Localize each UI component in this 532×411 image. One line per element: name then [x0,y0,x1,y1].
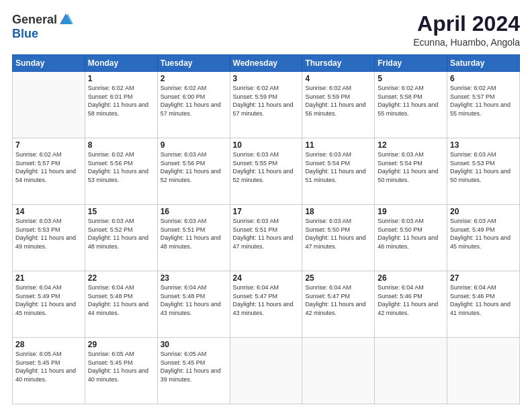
day-info: Sunrise: 6:05 AMSunset: 5:45 PMDaylight:… [88,350,154,383]
day-header-saturday: Saturday [447,55,520,72]
day-info: Sunrise: 6:03 AMSunset: 5:54 PMDaylight:… [378,150,444,184]
calendar-cell [375,338,447,404]
calendar-header-row: SundayMondayTuesdayWednesdayThursdayFrid… [13,55,520,72]
title-section: April 2024 Ecunna, Huambo, Angola [413,12,520,48]
day-number: 13 [450,140,517,150]
day-number: 15 [88,207,154,216]
calendar-week-row: 7Sunrise: 6:02 AMSunset: 5:57 PMDaylight… [13,138,520,205]
calendar-week-row: 21Sunrise: 6:04 AMSunset: 5:49 PMDayligh… [13,271,520,338]
day-info: Sunrise: 6:04 AMSunset: 5:46 PMDaylight:… [450,283,517,317]
calendar-week-row: 14Sunrise: 6:03 AMSunset: 5:53 PMDayligh… [13,205,520,271]
logo: General Blue [12,12,73,41]
logo-general-text: General [12,13,57,27]
day-number: 23 [161,273,227,283]
day-info: Sunrise: 6:03 AMSunset: 5:50 PMDaylight:… [305,217,371,250]
day-number: 22 [88,273,154,283]
header: General Blue April 2024 Ecunna, Huambo, … [12,12,520,48]
page: General Blue April 2024 Ecunna, Huambo, … [0,0,532,411]
calendar-cell: 6Sunrise: 6:02 AMSunset: 5:57 PMDaylight… [447,72,520,138]
calendar-cell: 23Sunrise: 6:04 AMSunset: 5:48 PMDayligh… [157,271,230,338]
day-number: 3 [233,74,300,83]
calendar-cell: 28Sunrise: 6:05 AMSunset: 5:45 PMDayligh… [13,338,85,404]
day-info: Sunrise: 6:03 AMSunset: 5:53 PMDaylight:… [15,217,82,250]
day-info: Sunrise: 6:02 AMSunset: 6:00 PMDaylight:… [161,84,227,118]
calendar-cell [13,72,85,138]
logo-icon [58,12,73,27]
day-info: Sunrise: 6:02 AMSunset: 5:57 PMDaylight:… [15,150,82,184]
calendar-cell: 29Sunrise: 6:05 AMSunset: 5:45 PMDayligh… [85,338,157,404]
day-info: Sunrise: 6:02 AMSunset: 6:01 PMDaylight:… [88,84,154,118]
day-header-sunday: Sunday [13,55,85,72]
day-number: 12 [378,140,444,150]
day-info: Sunrise: 6:02 AMSunset: 5:59 PMDaylight:… [305,84,371,118]
calendar-cell: 26Sunrise: 6:04 AMSunset: 5:46 PMDayligh… [375,271,447,338]
day-number: 20 [450,207,517,216]
month-title: April 2024 [413,12,520,36]
day-info: Sunrise: 6:04 AMSunset: 5:47 PMDaylight:… [305,283,371,317]
day-info: Sunrise: 6:03 AMSunset: 5:53 PMDaylight:… [450,150,517,184]
calendar-cell: 13Sunrise: 6:03 AMSunset: 5:53 PMDayligh… [447,138,520,205]
day-number: 6 [450,74,517,83]
calendar-cell: 8Sunrise: 6:02 AMSunset: 5:56 PMDaylight… [85,138,157,205]
calendar-week-row: 1Sunrise: 6:02 AMSunset: 6:01 PMDaylight… [13,72,520,138]
calendar-cell [447,338,520,404]
day-number: 7 [15,140,82,150]
day-info: Sunrise: 6:02 AMSunset: 5:57 PMDaylight:… [450,84,517,118]
day-info: Sunrise: 6:04 AMSunset: 5:47 PMDaylight:… [233,283,300,317]
calendar-cell: 10Sunrise: 6:03 AMSunset: 5:55 PMDayligh… [230,138,302,205]
calendar-cell: 20Sunrise: 6:03 AMSunset: 5:49 PMDayligh… [447,205,520,271]
day-number: 4 [305,74,371,83]
calendar-cell: 30Sunrise: 6:05 AMSunset: 5:45 PMDayligh… [157,338,230,404]
calendar-cell: 2Sunrise: 6:02 AMSunset: 6:00 PMDaylight… [157,72,230,138]
day-header-wednesday: Wednesday [230,55,302,72]
logo-blue-text: Blue [12,27,38,41]
day-number: 11 [305,140,371,150]
calendar-cell: 18Sunrise: 6:03 AMSunset: 5:50 PMDayligh… [302,205,375,271]
day-number: 21 [15,273,82,283]
location: Ecunna, Huambo, Angola [413,37,520,48]
day-info: Sunrise: 6:03 AMSunset: 5:51 PMDaylight:… [161,217,227,250]
calendar-cell: 24Sunrise: 6:04 AMSunset: 5:47 PMDayligh… [230,271,302,338]
day-number: 10 [233,140,300,150]
calendar-cell [302,338,375,404]
day-header-tuesday: Tuesday [157,55,230,72]
calendar-cell: 4Sunrise: 6:02 AMSunset: 5:59 PMDaylight… [302,72,375,138]
day-number: 5 [378,74,444,83]
day-number: 16 [161,207,227,216]
day-info: Sunrise: 6:03 AMSunset: 5:52 PMDaylight:… [88,217,154,250]
day-info: Sunrise: 6:05 AMSunset: 5:45 PMDaylight:… [15,350,82,383]
calendar-cell: 27Sunrise: 6:04 AMSunset: 5:46 PMDayligh… [447,271,520,338]
calendar-cell: 3Sunrise: 6:02 AMSunset: 5:59 PMDaylight… [230,72,302,138]
day-header-friday: Friday [375,55,447,72]
day-info: Sunrise: 6:03 AMSunset: 5:55 PMDaylight:… [233,150,300,184]
calendar-cell: 16Sunrise: 6:03 AMSunset: 5:51 PMDayligh… [157,205,230,271]
calendar-cell: 25Sunrise: 6:04 AMSunset: 5:47 PMDayligh… [302,271,375,338]
calendar-week-row: 28Sunrise: 6:05 AMSunset: 5:45 PMDayligh… [13,338,520,404]
day-number: 30 [161,340,227,349]
day-info: Sunrise: 6:04 AMSunset: 5:46 PMDaylight:… [378,283,444,317]
calendar-cell: 15Sunrise: 6:03 AMSunset: 5:52 PMDayligh… [85,205,157,271]
day-number: 2 [161,74,227,83]
calendar-cell: 11Sunrise: 6:03 AMSunset: 5:54 PMDayligh… [302,138,375,205]
day-number: 1 [88,74,154,83]
day-info: Sunrise: 6:03 AMSunset: 5:54 PMDaylight:… [305,150,371,184]
calendar-cell: 1Sunrise: 6:02 AMSunset: 6:01 PMDaylight… [85,72,157,138]
calendar-cell: 21Sunrise: 6:04 AMSunset: 5:49 PMDayligh… [13,271,85,338]
calendar-cell: 5Sunrise: 6:02 AMSunset: 5:58 PMDaylight… [375,72,447,138]
day-number: 27 [450,273,517,283]
day-number: 25 [305,273,371,283]
day-header-monday: Monday [85,55,157,72]
day-number: 18 [305,207,371,216]
day-number: 9 [161,140,227,150]
day-info: Sunrise: 6:03 AMSunset: 5:49 PMDaylight:… [450,217,517,250]
day-number: 29 [88,340,154,349]
day-number: 26 [378,273,444,283]
day-header-thursday: Thursday [302,55,375,72]
calendar-cell: 9Sunrise: 6:03 AMSunset: 5:56 PMDaylight… [157,138,230,205]
day-info: Sunrise: 6:03 AMSunset: 5:56 PMDaylight:… [161,150,227,184]
day-info: Sunrise: 6:04 AMSunset: 5:48 PMDaylight:… [161,283,227,317]
day-info: Sunrise: 6:02 AMSunset: 5:56 PMDaylight:… [88,150,154,184]
calendar-cell: 17Sunrise: 6:03 AMSunset: 5:51 PMDayligh… [230,205,302,271]
calendar-cell: 14Sunrise: 6:03 AMSunset: 5:53 PMDayligh… [13,205,85,271]
day-info: Sunrise: 6:02 AMSunset: 5:59 PMDaylight:… [233,84,300,118]
